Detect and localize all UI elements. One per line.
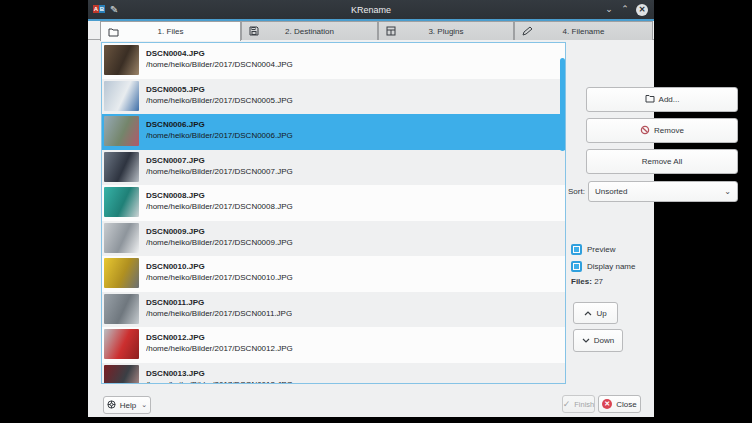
file-list-row[interactable]: DSCN0006.JPG /home/heiko/Bilder/2017/DSC…: [102, 114, 565, 150]
file-list-row[interactable]: DSCN0012.JPG /home/heiko/Bilder/2017/DSC…: [102, 327, 565, 363]
tab-label: 1. Files: [101, 27, 240, 36]
tab-bar: 1. Files 2. Destination 3. Plugins 4. Fi…: [88, 21, 654, 40]
tab-label: 3. Plugins: [379, 27, 513, 36]
file-thumbnail: [104, 152, 139, 182]
file-list-row[interactable]: DSCN0008.JPG /home/heiko/Bilder/2017/DSC…: [102, 185, 565, 221]
sort-dropdown-value: Unsorted: [595, 187, 724, 196]
check-icon: ✓: [563, 399, 571, 409]
file-name: DSCN0007.JPG: [146, 155, 293, 166]
file-list-row[interactable]: DSCN0004.JPG /home/heiko/Bilder/2017/DSC…: [102, 43, 565, 79]
file-list-row[interactable]: DSCN0011.JPG /home/heiko/Bilder/2017/DSC…: [102, 292, 565, 328]
file-thumbnail: [104, 116, 139, 146]
add-button[interactable]: Add...: [586, 87, 738, 112]
file-list-row[interactable]: DSCN0010.JPG /home/heiko/Bilder/2017/DSC…: [102, 256, 565, 292]
file-meta: DSCN0009.JPG /home/heiko/Bilder/2017/DSC…: [146, 221, 293, 257]
remove-button-label: Remove: [654, 126, 684, 135]
remove-icon: [640, 125, 650, 137]
file-path: /home/heiko/Bilder/2017/DSCN0004.JPG: [146, 59, 293, 70]
help-lifebuoy-icon: [107, 400, 116, 411]
help-button-label: Help: [120, 401, 136, 410]
checkbox-check-mark: [574, 264, 579, 269]
move-up-button-label: Up: [596, 309, 606, 318]
file-thumbnail: [104, 45, 139, 75]
display-name-checkbox-label: Display name: [587, 262, 635, 271]
file-name: DSCN0013.JPG: [146, 368, 293, 379]
display-name-checkbox[interactable]: [571, 261, 582, 272]
scrollbar-thumb[interactable]: [560, 58, 565, 151]
file-meta: DSCN0011.JPG /home/heiko/Bilder/2017/DSC…: [146, 292, 292, 328]
sort-dropdown[interactable]: Unsorted ⌄: [588, 181, 738, 202]
file-thumbnail: [104, 365, 139, 385]
tab-destination[interactable]: 2. Destination: [241, 21, 378, 40]
chevron-down-icon: [582, 336, 590, 345]
close-button[interactable]: ✕ Close: [598, 395, 641, 413]
file-name: DSCN0004.JPG: [146, 48, 293, 59]
tab-files[interactable]: 1. Files: [100, 21, 241, 41]
file-path: /home/heiko/Bilder/2017/DSCN0008.JPG: [146, 201, 293, 212]
preview-checkbox[interactable]: [571, 244, 582, 255]
file-meta: DSCN0010.JPG /home/heiko/Bilder/2017/DSC…: [146, 256, 293, 292]
finish-button-label: Finish: [574, 400, 594, 409]
remove-all-button[interactable]: Remove All: [586, 149, 738, 174]
file-meta: DSCN0012.JPG /home/heiko/Bilder/2017/DSC…: [146, 327, 293, 363]
tab-label: 2. Destination: [242, 27, 377, 36]
chevron-down-icon: ⌄: [141, 401, 147, 409]
tab-filename[interactable]: 4. Filename: [514, 21, 653, 40]
finish-button[interactable]: ✓ Finish: [562, 395, 595, 413]
file-path: /home/heiko/Bilder/2017/DSCN0012.JPG: [146, 343, 293, 354]
file-name: DSCN0005.JPG: [146, 84, 293, 95]
checkbox-check-mark: [574, 247, 579, 252]
preview-checkbox-row[interactable]: Preview: [571, 244, 615, 255]
tab-plugins[interactable]: 3. Plugins: [378, 21, 514, 40]
file-meta: DSCN0006.JPG /home/heiko/Bilder/2017/DSC…: [146, 114, 293, 150]
krename-window: A B ✎ KRename ⌄ ⌃ ✕ 1. Files 2. Destinat…: [88, 0, 654, 417]
file-path: /home/heiko/Bilder/2017/DSCN0010.JPG: [146, 272, 293, 283]
files-count-label: Files:: [571, 277, 592, 286]
maximize-button[interactable]: ⌃: [620, 5, 630, 14]
chevron-up-icon: [584, 309, 592, 318]
file-name: DSCN0009.JPG: [146, 226, 293, 237]
display-name-checkbox-row[interactable]: Display name: [571, 261, 635, 272]
file-thumbnail: [104, 187, 139, 217]
file-list-row[interactable]: DSCN0007.JPG /home/heiko/Bilder/2017/DSC…: [102, 150, 565, 186]
file-meta: DSCN0005.JPG /home/heiko/Bilder/2017/DSC…: [146, 79, 293, 115]
file-meta: DSCN0007.JPG /home/heiko/Bilder/2017/DSC…: [146, 150, 293, 186]
file-path: /home/heiko/Bilder/2017/DSCN0007.JPG: [146, 166, 293, 177]
file-path: /home/heiko/Bilder/2017/DSCN0011.JPG: [146, 308, 292, 319]
file-name: DSCN0012.JPG: [146, 332, 293, 343]
file-thumbnail: [104, 223, 139, 253]
file-list-row[interactable]: DSCN0013.JPG /home/heiko/Bilder/2017/DSC…: [102, 363, 565, 385]
file-list[interactable]: DSCN0004.JPG /home/heiko/Bilder/2017/DSC…: [101, 42, 566, 384]
help-button[interactable]: Help ⌄: [103, 396, 151, 414]
add-button-label: Add...: [659, 95, 680, 104]
files-count: Files: 27: [571, 277, 603, 286]
move-up-button[interactable]: Up: [573, 302, 618, 324]
file-thumbnail: [104, 258, 139, 288]
file-path: /home/heiko/Bilder/2017/DSCN0005.JPG: [146, 95, 293, 106]
file-list-row[interactable]: DSCN0009.JPG /home/heiko/Bilder/2017/DSC…: [102, 221, 565, 257]
close-window-button[interactable]: ✕: [636, 4, 648, 16]
minimize-button[interactable]: ⌄: [604, 5, 614, 14]
close-red-icon: ✕: [602, 399, 612, 409]
files-count-value: 27: [594, 277, 603, 286]
close-button-label: Close: [616, 400, 636, 409]
titlebar: A B ✎ KRename ⌄ ⌃ ✕: [88, 0, 654, 19]
file-name: DSCN0011.JPG: [146, 297, 292, 308]
remove-button[interactable]: Remove: [586, 118, 738, 143]
remove-all-button-label: Remove All: [642, 157, 682, 166]
file-list-row[interactable]: DSCN0005.JPG /home/heiko/Bilder/2017/DSC…: [102, 79, 565, 115]
file-path: /home/heiko/Bilder/2017/DSCN0009.JPG: [146, 237, 293, 248]
file-thumbnail: [104, 294, 139, 324]
window-title: KRename: [88, 5, 654, 15]
files-page: DSCN0004.JPG /home/heiko/Bilder/2017/DSC…: [88, 40, 654, 417]
file-meta: DSCN0013.JPG /home/heiko/Bilder/2017/DSC…: [146, 363, 293, 385]
move-down-button[interactable]: Down: [573, 329, 623, 352]
file-name: DSCN0006.JPG: [146, 119, 293, 130]
sort-label: Sort:: [568, 187, 585, 196]
add-folder-icon: [645, 94, 655, 105]
file-meta: DSCN0004.JPG /home/heiko/Bilder/2017/DSC…: [146, 43, 293, 79]
chevron-down-icon: ⌄: [724, 187, 731, 196]
file-thumbnail: [104, 81, 139, 111]
file-meta: DSCN0008.JPG /home/heiko/Bilder/2017/DSC…: [146, 185, 293, 221]
move-down-button-label: Down: [594, 336, 614, 345]
